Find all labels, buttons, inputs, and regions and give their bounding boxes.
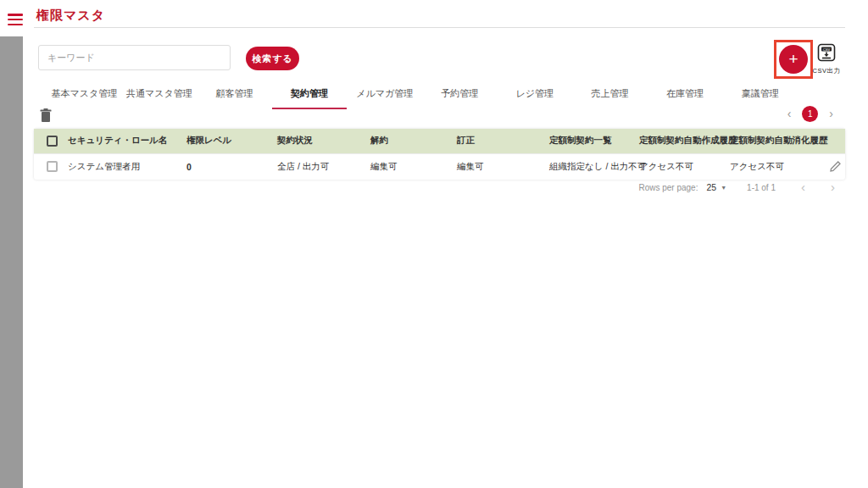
tab-customer[interactable]: 顧客管理 xyxy=(197,87,272,109)
cell-cancellation: 編集可 xyxy=(370,153,457,180)
page: 権限マスタ 検索する + CSV CSV出力 基本マスタ管理 共通マスタ xyxy=(0,0,868,488)
edit-row-button[interactable] xyxy=(830,160,842,174)
tab-sales[interactable]: 売上管理 xyxy=(572,87,648,109)
csv-export-button[interactable]: CSV CSV出力 xyxy=(808,43,845,75)
col-role-name: セキュリティ・ロール名 xyxy=(68,129,186,153)
page-title: 権限マスタ xyxy=(36,8,105,24)
svg-text:CSV: CSV xyxy=(823,47,831,52)
row-checkbox[interactable] xyxy=(47,161,58,172)
tab-contract[interactable]: 契約管理 xyxy=(272,87,348,109)
prev-page-button[interactable]: ‹ xyxy=(801,179,805,196)
col-correction: 訂正 xyxy=(457,129,549,153)
tab-basic-master[interactable]: 基本マスタ管理 xyxy=(47,87,122,109)
tab-inventory[interactable]: 在庫管理 xyxy=(648,87,723,109)
search-button[interactable]: 検索する xyxy=(246,47,299,70)
top-pagination: ‹ 1 › xyxy=(784,105,837,122)
trash-icon xyxy=(39,108,53,123)
cell-correction: 編集可 xyxy=(457,153,549,180)
rows-per-page-label: Rows per page: xyxy=(638,183,698,192)
tab-mailmag[interactable]: メルマガ管理 xyxy=(347,87,422,109)
col-cancellation: 解約 xyxy=(370,129,457,153)
top-prev-page-button[interactable]: ‹ xyxy=(784,105,795,122)
roles-table: セキュリティ・ロール名 権限レベル 契約状況 解約 訂正 定額制契約一覧 定額制… xyxy=(34,129,845,180)
pencil-icon xyxy=(830,160,842,172)
tab-common-master[interactable]: 共通マスタ管理 xyxy=(122,87,198,109)
csv-export-label: CSV出力 xyxy=(813,67,841,75)
keyword-search-input[interactable] xyxy=(38,45,231,70)
hamburger-menu-icon[interactable] xyxy=(8,14,23,25)
next-page-button[interactable]: › xyxy=(831,179,835,196)
page-header: 権限マスタ xyxy=(34,0,845,28)
category-tabs: 基本マスタ管理 共通マスタ管理 顧客管理 契約管理 メルマガ管理 予約管理 レジ… xyxy=(47,87,798,109)
bottom-pagination: Rows per page: 25 ▼ 1-1 of 1 ‹ › xyxy=(638,176,835,198)
select-all-checkbox[interactable] xyxy=(47,136,58,147)
col-flatrate-list: 定額制契約一覧 xyxy=(549,129,639,153)
csv-export-icon: CSV xyxy=(817,43,836,65)
main-content: 権限マスタ 検索する + CSV CSV出力 基本マスタ管理 共通マスタ xyxy=(34,0,845,488)
cell-permission-level: 0 xyxy=(186,153,277,180)
cell-flatrate-list: 組織指定なし / 出力不可 xyxy=(549,153,639,180)
top-page-1-button[interactable]: 1 xyxy=(802,106,818,122)
rows-per-page-value: 25 xyxy=(706,182,716,192)
rows-per-page-select[interactable]: 25 ▼ xyxy=(706,182,726,192)
col-auto-consume-history: 定額制契約自動消化履歴 xyxy=(730,129,830,153)
tab-reservation[interactable]: 予約管理 xyxy=(422,87,498,109)
col-permission-level: 権限レベル xyxy=(186,129,277,153)
col-contract-status: 契約状況 xyxy=(277,129,370,153)
top-next-page-button[interactable]: › xyxy=(826,105,837,122)
tab-register[interactable]: レジ管理 xyxy=(498,87,573,109)
col-auto-create-history: 定額制契約自動作成履歴 xyxy=(639,129,730,153)
pagination-range: 1-1 of 1 xyxy=(747,183,776,192)
cell-role-name: システム管理者用 xyxy=(68,153,186,180)
caret-down-icon: ▼ xyxy=(721,185,726,191)
table-header-row: セキュリティ・ロール名 権限レベル 契約状況 解約 訂正 定額制契約一覧 定額制… xyxy=(34,129,845,153)
add-button[interactable]: + xyxy=(779,45,808,74)
delete-selected-button[interactable] xyxy=(39,108,54,123)
cell-contract-status: 全店 / 出力可 xyxy=(277,153,370,180)
collapsed-sidebar[interactable] xyxy=(0,36,23,488)
